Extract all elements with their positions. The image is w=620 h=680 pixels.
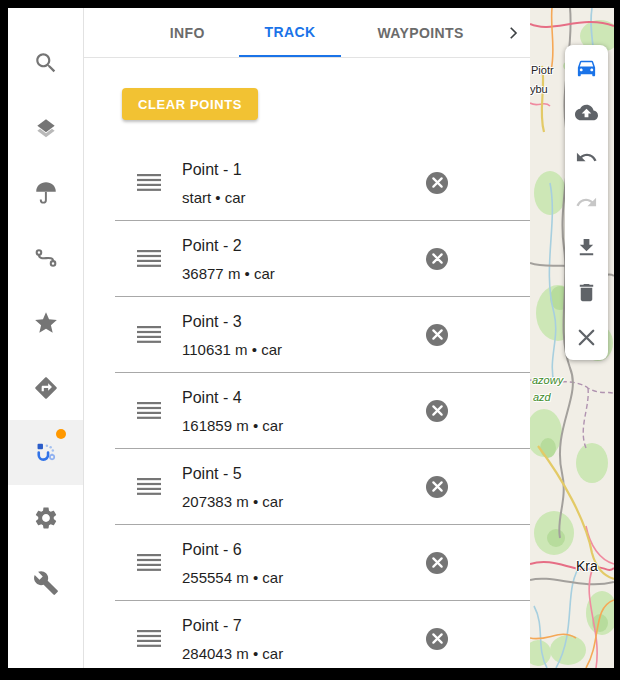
drag-handle-icon <box>137 478 161 495</box>
sidebar-item-track-editor[interactable] <box>8 420 83 485</box>
routing-mode-car-button[interactable] <box>565 45 608 90</box>
sidebar-item-settings[interactable] <box>8 485 83 550</box>
tab-info[interactable]: INFO <box>136 8 239 57</box>
sidebar-item-route[interactable] <box>8 225 83 290</box>
directions-icon <box>33 375 59 401</box>
drag-handle[interactable] <box>137 326 161 343</box>
tab-overflow-button[interactable] <box>500 19 526 47</box>
clear-points-button[interactable]: CLEAR POINTS <box>122 88 258 120</box>
drag-handle[interactable] <box>137 478 161 495</box>
drag-handle-icon <box>137 326 161 343</box>
delete-track-button[interactable] <box>565 270 608 315</box>
map-city-label: Kra <box>576 558 598 574</box>
sidebar-item-directions[interactable] <box>8 355 83 420</box>
sidebar <box>8 8 84 668</box>
point-row: Point - 5 207383 m • car <box>115 449 530 525</box>
point-title: Point - 1 <box>182 158 426 182</box>
remove-point-button[interactable] <box>426 172 448 194</box>
drag-handle[interactable] <box>137 174 161 191</box>
point-row: Point - 4 161859 m • car <box>115 373 530 449</box>
sidebar-item-weather[interactable] <box>8 160 83 225</box>
point-subtitle: 36877 m • car <box>182 263 426 284</box>
remove-point-button[interactable] <box>426 552 448 574</box>
remove-point-button[interactable] <box>426 324 448 346</box>
remove-point-button[interactable] <box>426 628 448 650</box>
map-place-label: ybu <box>530 83 548 95</box>
undo-button[interactable] <box>565 135 608 180</box>
point-title: Point - 5 <box>182 462 426 486</box>
point-text: Point - 6 255554 m • car <box>182 538 426 588</box>
delete-icon <box>575 281 598 304</box>
track-tab-content: CLEAR POINTS Point - 1 start • car Point… <box>84 58 530 668</box>
tab-waypoints[interactable]: WAYPOINTS <box>341 8 500 57</box>
redo-icon <box>575 191 598 214</box>
route-icon <box>33 245 59 271</box>
point-text: Point - 7 284043 m • car <box>182 614 426 664</box>
close-editor-button[interactable] <box>565 315 608 360</box>
gear-icon <box>33 505 59 531</box>
point-subtitle: 284043 m • car <box>182 643 426 664</box>
cloud-upload-icon <box>575 101 598 124</box>
point-list: Point - 1 start • car Point - 2 36877 m … <box>115 145 530 668</box>
route-toolbar <box>565 45 608 360</box>
point-title: Point - 4 <box>182 386 426 410</box>
point-title: Point - 3 <box>182 310 426 334</box>
drag-handle-icon <box>137 174 161 191</box>
sidebar-item-layers[interactable] <box>8 95 83 160</box>
drag-handle[interactable] <box>137 250 161 267</box>
close-icon <box>575 326 598 349</box>
search-icon <box>33 50 59 76</box>
tab-track[interactable]: TRACK <box>239 8 342 57</box>
drag-handle-icon <box>137 250 161 267</box>
drag-handle[interactable] <box>137 630 161 647</box>
star-icon <box>33 310 59 336</box>
point-text: Point - 5 207383 m • car <box>182 462 426 512</box>
map-park-label: azowy <box>532 374 563 386</box>
drag-handle-icon <box>137 554 161 571</box>
remove-point-button[interactable] <box>426 248 448 270</box>
point-subtitle: start • car <box>182 187 426 208</box>
point-text: Point - 3 110631 m • car <box>182 310 426 360</box>
point-subtitle: 207383 m • car <box>182 491 426 512</box>
redo-button[interactable] <box>565 180 608 225</box>
chevron-right-icon <box>504 24 522 42</box>
close-icon <box>432 177 443 188</box>
close-icon <box>432 405 443 416</box>
point-row: Point - 6 255554 m • car <box>115 525 530 601</box>
point-title: Point - 2 <box>182 234 426 258</box>
close-icon <box>432 557 443 568</box>
point-row: Point - 1 start • car <box>115 145 530 221</box>
point-subtitle: 110631 m • car <box>182 339 426 360</box>
drag-handle-icon <box>137 402 161 419</box>
app-window: INFO TRACK WAYPOINTS CLEAR POINTS Point … <box>8 8 614 668</box>
sidebar-item-favorites[interactable] <box>8 290 83 355</box>
wrench-icon <box>33 570 59 596</box>
close-icon <box>432 481 443 492</box>
point-text: Point - 1 start • car <box>182 158 426 208</box>
close-icon <box>432 633 443 644</box>
drag-handle-icon <box>137 630 161 647</box>
upload-track-button[interactable] <box>565 90 608 135</box>
map-place-label: Piotr <box>531 64 554 76</box>
point-row: Point - 7 284043 m • car <box>115 601 530 668</box>
notification-badge <box>56 429 66 439</box>
drag-handle[interactable] <box>137 402 161 419</box>
sidebar-item-search[interactable] <box>8 30 83 95</box>
undo-icon <box>575 146 598 169</box>
point-row: Point - 3 110631 m • car <box>115 297 530 373</box>
remove-point-button[interactable] <box>426 400 448 422</box>
track-panel: INFO TRACK WAYPOINTS CLEAR POINTS Point … <box>84 8 530 668</box>
drag-handle[interactable] <box>137 554 161 571</box>
point-row: Point - 2 36877 m • car <box>115 221 530 297</box>
map-park-label: azd <box>533 391 551 403</box>
point-subtitle: 161859 m • car <box>182 415 426 436</box>
close-icon <box>432 329 443 340</box>
map-viewport[interactable]: Piotr ybu azowy azd Kra <box>530 8 614 668</box>
point-text: Point - 2 36877 m • car <box>182 234 426 284</box>
track-editor-icon <box>33 440 59 466</box>
download-track-button[interactable] <box>565 225 608 270</box>
layers-icon <box>33 115 59 141</box>
sidebar-item-tools[interactable] <box>8 550 83 615</box>
point-text: Point - 4 161859 m • car <box>182 386 426 436</box>
remove-point-button[interactable] <box>426 476 448 498</box>
